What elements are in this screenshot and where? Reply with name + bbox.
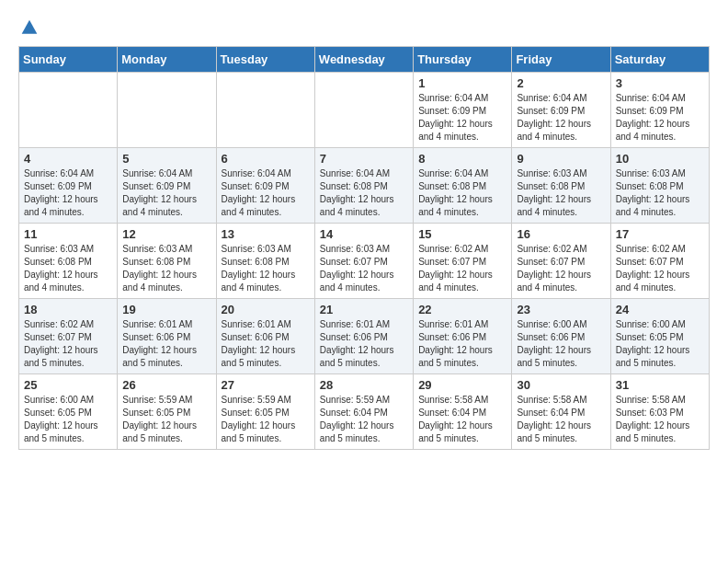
calendar-cell: 30Sunrise: 5:58 AM Sunset: 6:04 PM Dayli… bbox=[512, 374, 610, 450]
cell-info: Sunrise: 6:04 AM Sunset: 6:09 PM Dayligh… bbox=[24, 167, 112, 219]
calendar-cell: 25Sunrise: 6:00 AM Sunset: 6:05 PM Dayli… bbox=[19, 374, 118, 450]
calendar-cell: 11Sunrise: 6:03 AM Sunset: 6:08 PM Dayli… bbox=[19, 224, 118, 299]
calendar-cell: 10Sunrise: 6:03 AM Sunset: 6:08 PM Dayli… bbox=[610, 148, 709, 224]
day-number: 28 bbox=[320, 378, 408, 392]
day-number: 29 bbox=[418, 378, 506, 392]
day-number: 2 bbox=[517, 76, 605, 90]
calendar-week-row: 18Sunrise: 6:02 AM Sunset: 6:07 PM Dayli… bbox=[19, 299, 710, 374]
calendar-week-row: 1Sunrise: 6:04 AM Sunset: 6:09 PM Daylig… bbox=[19, 73, 710, 148]
cell-info: Sunrise: 6:03 AM Sunset: 6:07 PM Dayligh… bbox=[320, 243, 408, 294]
cell-info: Sunrise: 5:59 AM Sunset: 6:05 PM Dayligh… bbox=[122, 394, 210, 445]
day-number: 30 bbox=[517, 378, 605, 392]
cell-info: Sunrise: 6:00 AM Sunset: 6:06 PM Dayligh… bbox=[517, 318, 605, 370]
weekday-header: Saturday bbox=[610, 47, 709, 73]
svg-marker-0 bbox=[22, 20, 38, 34]
day-number: 22 bbox=[418, 303, 506, 316]
calendar-cell: 27Sunrise: 5:59 AM Sunset: 6:05 PM Dayli… bbox=[216, 374, 314, 450]
calendar-cell: 4Sunrise: 6:04 AM Sunset: 6:09 PM Daylig… bbox=[19, 148, 118, 224]
calendar-cell: 7Sunrise: 6:04 AM Sunset: 6:08 PM Daylig… bbox=[314, 148, 413, 224]
calendar-cell: 19Sunrise: 6:01 AM Sunset: 6:06 PM Dayli… bbox=[118, 299, 216, 374]
calendar-cell: 9Sunrise: 6:03 AM Sunset: 6:08 PM Daylig… bbox=[512, 148, 610, 224]
calendar-cell: 20Sunrise: 6:01 AM Sunset: 6:06 PM Dayli… bbox=[216, 299, 314, 374]
day-number: 12 bbox=[122, 227, 210, 241]
weekday-header: Wednesday bbox=[314, 47, 413, 73]
cell-info: Sunrise: 5:58 AM Sunset: 6:03 PM Dayligh… bbox=[616, 394, 704, 445]
cell-info: Sunrise: 6:02 AM Sunset: 6:07 PM Dayligh… bbox=[24, 318, 112, 370]
cell-info: Sunrise: 6:03 AM Sunset: 6:08 PM Dayligh… bbox=[24, 243, 112, 294]
calendar-cell: 23Sunrise: 6:00 AM Sunset: 6:06 PM Dayli… bbox=[512, 299, 610, 374]
day-number: 11 bbox=[24, 227, 112, 241]
day-number: 10 bbox=[616, 152, 704, 166]
calendar-table: SundayMondayTuesdayWednesdayThursdayFrid… bbox=[18, 46, 710, 450]
cell-info: Sunrise: 6:02 AM Sunset: 6:07 PM Dayligh… bbox=[418, 243, 506, 294]
calendar-cell: 8Sunrise: 6:04 AM Sunset: 6:08 PM Daylig… bbox=[414, 148, 512, 224]
calendar-cell: 17Sunrise: 6:02 AM Sunset: 6:07 PM Dayli… bbox=[610, 224, 709, 299]
cell-info: Sunrise: 5:58 AM Sunset: 6:04 PM Dayligh… bbox=[517, 394, 605, 445]
cell-info: Sunrise: 6:03 AM Sunset: 6:08 PM Dayligh… bbox=[616, 167, 704, 219]
day-number: 19 bbox=[122, 303, 210, 316]
weekday-header: Friday bbox=[512, 47, 610, 73]
cell-info: Sunrise: 5:59 AM Sunset: 6:05 PM Dayligh… bbox=[222, 394, 310, 445]
calendar-cell: 5Sunrise: 6:04 AM Sunset: 6:09 PM Daylig… bbox=[118, 148, 216, 224]
calendar-cell bbox=[118, 73, 216, 148]
day-number: 5 bbox=[122, 152, 210, 166]
day-number: 18 bbox=[24, 303, 112, 316]
calendar-cell: 18Sunrise: 6:02 AM Sunset: 6:07 PM Dayli… bbox=[19, 299, 118, 374]
cell-info: Sunrise: 6:03 AM Sunset: 6:08 PM Dayligh… bbox=[222, 243, 310, 294]
cell-info: Sunrise: 5:59 AM Sunset: 6:04 PM Dayligh… bbox=[320, 394, 408, 445]
calendar-cell: 6Sunrise: 6:04 AM Sunset: 6:09 PM Daylig… bbox=[216, 148, 314, 224]
calendar-cell: 21Sunrise: 6:01 AM Sunset: 6:06 PM Dayli… bbox=[314, 299, 413, 374]
calendar-week-row: 4Sunrise: 6:04 AM Sunset: 6:09 PM Daylig… bbox=[19, 148, 710, 224]
day-number: 31 bbox=[616, 378, 704, 392]
day-number: 1 bbox=[418, 76, 506, 90]
calendar-cell: 16Sunrise: 6:02 AM Sunset: 6:07 PM Dayli… bbox=[512, 224, 610, 299]
day-number: 15 bbox=[418, 227, 506, 241]
weekday-header: Sunday bbox=[19, 47, 118, 73]
cell-info: Sunrise: 6:04 AM Sunset: 6:09 PM Dayligh… bbox=[517, 92, 605, 144]
calendar-cell: 24Sunrise: 6:00 AM Sunset: 6:05 PM Dayli… bbox=[610, 299, 709, 374]
calendar-cell: 2Sunrise: 6:04 AM Sunset: 6:09 PM Daylig… bbox=[512, 73, 610, 148]
calendar-week-row: 11Sunrise: 6:03 AM Sunset: 6:08 PM Dayli… bbox=[19, 224, 710, 299]
calendar-cell: 15Sunrise: 6:02 AM Sunset: 6:07 PM Dayli… bbox=[414, 224, 512, 299]
cell-info: Sunrise: 6:02 AM Sunset: 6:07 PM Dayligh… bbox=[517, 243, 605, 294]
calendar-cell: 28Sunrise: 5:59 AM Sunset: 6:04 PM Dayli… bbox=[314, 374, 413, 450]
day-number: 21 bbox=[320, 303, 408, 316]
calendar-cell: 13Sunrise: 6:03 AM Sunset: 6:08 PM Dayli… bbox=[216, 224, 314, 299]
logo bbox=[18, 18, 39, 37]
day-number: 20 bbox=[222, 303, 310, 316]
cell-info: Sunrise: 6:04 AM Sunset: 6:08 PM Dayligh… bbox=[418, 167, 506, 219]
cell-info: Sunrise: 6:03 AM Sunset: 6:08 PM Dayligh… bbox=[122, 243, 210, 294]
cell-info: Sunrise: 6:03 AM Sunset: 6:08 PM Dayligh… bbox=[517, 167, 605, 219]
cell-info: Sunrise: 6:01 AM Sunset: 6:06 PM Dayligh… bbox=[418, 318, 506, 370]
calendar-cell: 14Sunrise: 6:03 AM Sunset: 6:07 PM Dayli… bbox=[314, 224, 413, 299]
day-number: 27 bbox=[222, 378, 310, 392]
logo-icon bbox=[20, 18, 39, 37]
day-number: 13 bbox=[222, 227, 310, 241]
cell-info: Sunrise: 6:04 AM Sunset: 6:09 PM Dayligh… bbox=[122, 167, 210, 219]
day-number: 26 bbox=[122, 378, 210, 392]
cell-info: Sunrise: 6:00 AM Sunset: 6:05 PM Dayligh… bbox=[616, 318, 704, 370]
day-number: 16 bbox=[517, 227, 605, 241]
calendar-header-row: SundayMondayTuesdayWednesdayThursdayFrid… bbox=[19, 47, 710, 73]
day-number: 3 bbox=[616, 76, 704, 90]
cell-info: Sunrise: 6:02 AM Sunset: 6:07 PM Dayligh… bbox=[616, 243, 704, 294]
day-number: 25 bbox=[24, 378, 112, 392]
cell-info: Sunrise: 6:04 AM Sunset: 6:08 PM Dayligh… bbox=[320, 167, 408, 219]
calendar-cell: 26Sunrise: 5:59 AM Sunset: 6:05 PM Dayli… bbox=[118, 374, 216, 450]
day-number: 17 bbox=[616, 227, 704, 241]
weekday-header: Tuesday bbox=[216, 47, 314, 73]
day-number: 8 bbox=[418, 152, 506, 166]
calendar-cell bbox=[314, 73, 413, 148]
day-number: 4 bbox=[24, 152, 112, 166]
cell-info: Sunrise: 6:01 AM Sunset: 6:06 PM Dayligh… bbox=[222, 318, 310, 370]
cell-info: Sunrise: 6:04 AM Sunset: 6:09 PM Dayligh… bbox=[616, 92, 704, 144]
calendar-cell bbox=[216, 73, 314, 148]
cell-info: Sunrise: 6:00 AM Sunset: 6:05 PM Dayligh… bbox=[24, 394, 112, 445]
day-number: 24 bbox=[616, 303, 704, 316]
cell-info: Sunrise: 6:01 AM Sunset: 6:06 PM Dayligh… bbox=[122, 318, 210, 370]
cell-info: Sunrise: 6:01 AM Sunset: 6:06 PM Dayligh… bbox=[320, 318, 408, 370]
day-number: 9 bbox=[517, 152, 605, 166]
calendar-week-row: 25Sunrise: 6:00 AM Sunset: 6:05 PM Dayli… bbox=[19, 374, 710, 450]
page-header bbox=[18, 18, 710, 37]
calendar-cell bbox=[19, 73, 118, 148]
